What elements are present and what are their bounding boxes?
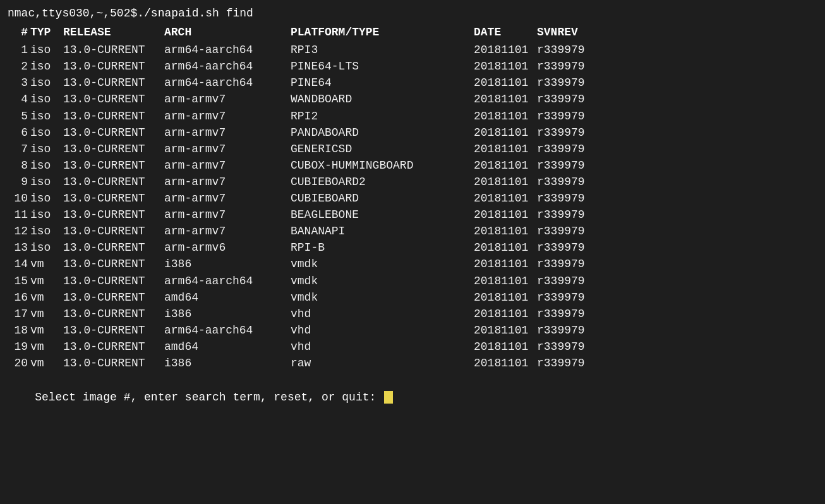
cell-plat: RPI2 [291, 108, 474, 124]
header-arch: ARCH [164, 24, 291, 40]
cell-typ: iso [30, 174, 63, 190]
cell-plat: raw [291, 355, 474, 371]
cell-num: 8 [8, 157, 30, 174]
cell-typ: iso [30, 207, 63, 223]
header-date: DATE [474, 24, 537, 40]
cell-date: 20181101 [474, 306, 537, 322]
cell-rel: 13.0-CURRENT [63, 157, 164, 174]
cell-date: 20181101 [474, 339, 537, 355]
table-row: 2iso13.0-CURRENTarm64-aarch64PINE64-LTS2… [8, 58, 817, 75]
cell-plat: PINE64-LTS [291, 58, 474, 75]
cell-rel: 13.0-CURRENT [63, 239, 164, 256]
cell-num: 7 [8, 141, 30, 157]
header-rel: RELEASE [63, 24, 164, 40]
cell-date: 20181101 [474, 141, 537, 157]
table-row: 18vm13.0-CURRENTarm64-aarch64vhd20181101… [8, 322, 817, 339]
cell-typ: iso [30, 141, 63, 157]
cell-rel: 13.0-CURRENT [63, 223, 164, 239]
cell-date: 20181101 [474, 322, 537, 339]
cell-rel: 13.0-CURRENT [63, 91, 164, 107]
cell-plat: vmdk [291, 256, 474, 272]
cell-num: 19 [8, 339, 30, 355]
cell-svn: r339979 [537, 141, 600, 157]
table-row: 17vm13.0-CURRENTi386vhd20181101r339979 [8, 306, 817, 322]
cell-date: 20181101 [474, 75, 537, 91]
cell-arch: arm-armv7 [164, 207, 291, 223]
cell-num: 14 [8, 256, 30, 272]
table-row: 14vm13.0-CURRENTi386vmdk20181101r339979 [8, 256, 817, 272]
cell-num: 16 [8, 289, 30, 306]
cell-svn: r339979 [537, 223, 600, 239]
cell-arch: arm-armv7 [164, 108, 291, 124]
cell-rel: 13.0-CURRENT [63, 141, 164, 157]
cell-num: 15 [8, 273, 30, 289]
table-row: 4iso13.0-CURRENTarm-armv7WANDBOARD201811… [8, 91, 817, 107]
cell-typ: iso [30, 157, 63, 174]
table-row: 20vm13.0-CURRENTi386raw20181101r339979 [8, 355, 817, 371]
cell-plat: GENERICSD [291, 141, 474, 157]
cell-arch: arm-armv7 [164, 190, 291, 207]
table-row: 6iso13.0-CURRENTarm-armv7PANDABOARD20181… [8, 124, 817, 141]
cell-arch: arm-armv6 [164, 239, 291, 256]
table-row: 15vm13.0-CURRENTarm64-aarch64vmdk2018110… [8, 273, 817, 289]
cell-num: 20 [8, 355, 30, 371]
cell-rel: 13.0-CURRENT [63, 306, 164, 322]
cell-arch: arm64-aarch64 [164, 42, 291, 58]
cell-num: 12 [8, 223, 30, 239]
cell-svn: r339979 [537, 42, 600, 58]
cell-plat: PINE64 [291, 75, 474, 91]
cell-plat: PANDABOARD [291, 124, 474, 141]
cell-plat: BEAGLEBONE [291, 207, 474, 223]
cell-svn: r339979 [537, 157, 600, 174]
cell-svn: r339979 [537, 289, 600, 306]
table-row: 11iso13.0-CURRENTarm-armv7BEAGLEBONE2018… [8, 207, 817, 223]
cell-date: 20181101 [474, 174, 537, 190]
cell-svn: r339979 [537, 306, 600, 322]
cell-rel: 13.0-CURRENT [63, 256, 164, 272]
cell-num: 5 [8, 108, 30, 124]
cell-date: 20181101 [474, 42, 537, 58]
cell-svn: r339979 [537, 190, 600, 207]
cell-typ: iso [30, 190, 63, 207]
cell-plat: CUBIEBOARD2 [291, 174, 474, 190]
cell-rel: 13.0-CURRENT [63, 289, 164, 306]
cell-svn: r339979 [537, 339, 600, 355]
table-row: 10iso13.0-CURRENTarm-armv7CUBIEBOARD2018… [8, 190, 817, 207]
cell-arch: arm-armv7 [164, 141, 291, 157]
cell-arch: i386 [164, 355, 291, 371]
cell-plat: vmdk [291, 289, 474, 306]
cell-plat: vhd [291, 322, 474, 339]
cell-arch: arm64-aarch64 [164, 273, 291, 289]
cell-arch: arm-armv7 [164, 91, 291, 107]
table-row: 9iso13.0-CURRENTarm-armv7CUBIEBOARD22018… [8, 174, 817, 190]
cell-svn: r339979 [537, 108, 600, 124]
cell-date: 20181101 [474, 256, 537, 272]
cell-rel: 13.0-CURRENT [63, 339, 164, 355]
prompt-text: Select image #, enter search term, reset… [35, 391, 383, 404]
cell-num: 9 [8, 174, 30, 190]
header-num: # [8, 24, 30, 40]
cell-plat: vhd [291, 306, 474, 322]
header-plat: PLATFORM/TYPE [291, 24, 474, 40]
table-row: 13iso13.0-CURRENTarm-armv6RPI-B20181101r… [8, 239, 817, 256]
prompt-line: Select image #, enter search term, reset… [8, 373, 817, 422]
cell-typ: iso [30, 124, 63, 141]
cell-typ: vm [30, 256, 63, 272]
cell-rel: 13.0-CURRENT [63, 355, 164, 371]
cell-plat: BANANAPI [291, 223, 474, 239]
table-row: 1iso13.0-CURRENTarm64-aarch64RPI32018110… [8, 42, 817, 58]
cell-typ: vm [30, 273, 63, 289]
cell-svn: r339979 [537, 174, 600, 190]
cell-typ: iso [30, 58, 63, 75]
cell-plat: vmdk [291, 273, 474, 289]
table-row: 12iso13.0-CURRENTarm-armv7BANANAPI201811… [8, 223, 817, 239]
cell-rel: 13.0-CURRENT [63, 190, 164, 207]
cell-date: 20181101 [474, 223, 537, 239]
table-body: 1iso13.0-CURRENTarm64-aarch64RPI32018110… [8, 42, 817, 371]
cell-svn: r339979 [537, 322, 600, 339]
cell-svn: r339979 [537, 355, 600, 371]
table-row: 5iso13.0-CURRENTarm-armv7RPI220181101r33… [8, 108, 817, 124]
table-row: 19vm13.0-CURRENTamd64vhd20181101r339979 [8, 339, 817, 355]
cell-typ: vm [30, 355, 63, 371]
cell-svn: r339979 [537, 75, 600, 91]
